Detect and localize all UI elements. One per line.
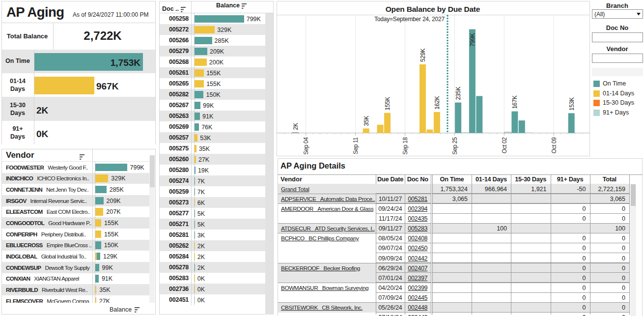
svg-text:Sep 11: Sep 11 — [352, 137, 359, 154]
svg-text:2K: 2K — [292, 123, 299, 130]
svg-text:Open Balance by Due Date: Open Balance by Due Date — [386, 5, 480, 13]
svg-text:162K: 162K — [434, 96, 441, 109]
svg-text:235K: 235K — [455, 86, 462, 100]
svg-text:35K: 35K — [363, 115, 370, 126]
svg-text:Today=September 24, 2027: Today=September 24, 2027 — [374, 16, 445, 23]
svg-text:799K: 799K — [469, 33, 476, 46]
svg-text:Sep 25: Sep 25 — [451, 137, 458, 155]
svg-text:529K: 529K — [420, 48, 426, 61]
svg-text:Sep 04: Sep 04 — [303, 137, 309, 155]
svg-text:167K: 167K — [511, 95, 518, 109]
svg-text:155K: 155K — [384, 97, 391, 110]
svg-text:Sep 18: Sep 18 — [402, 137, 409, 155]
svg-text:Oct 09: Oct 09 — [551, 137, 558, 153]
svg-text:153K: 153K — [568, 97, 575, 111]
svg-text:Oct 02: Oct 02 — [501, 137, 508, 153]
